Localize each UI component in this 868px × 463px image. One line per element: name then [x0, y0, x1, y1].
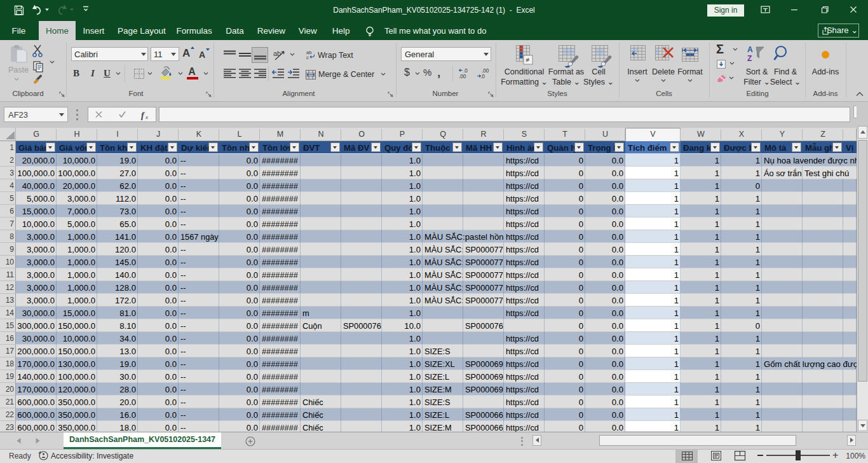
svg-text:A: A: [747, 45, 753, 54]
svg-text:f: f: [141, 111, 145, 120]
svg-text:ab: ab: [273, 50, 281, 57]
svg-text:x: x: [145, 114, 148, 120]
svg-text:c: c: [306, 55, 309, 60]
svg-text:Z: Z: [747, 54, 752, 63]
svg-text:.00: .00: [459, 74, 466, 79]
svg-text:.0: .0: [480, 74, 485, 79]
svg-text:≠: ≠: [526, 56, 529, 64]
